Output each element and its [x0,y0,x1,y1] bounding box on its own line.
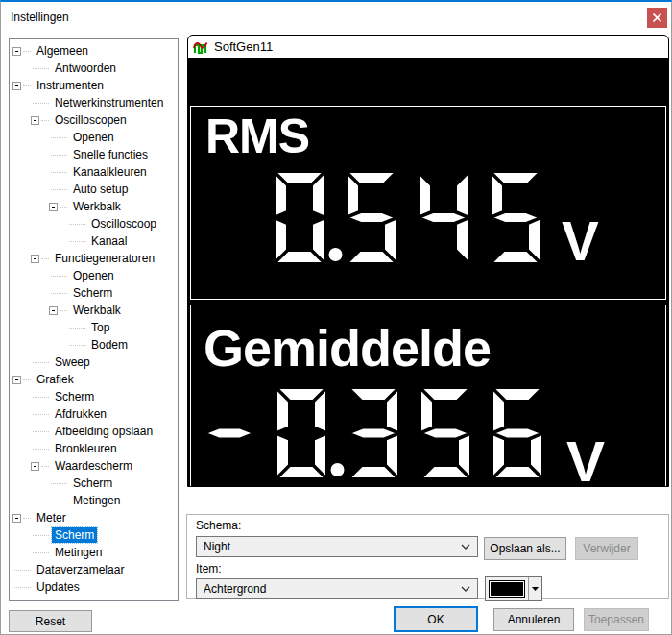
tree-item-meter[interactable]: Meter [10,509,178,526]
collapse-minus-icon[interactable] [49,306,58,315]
tree-expander[interactable] [12,514,34,523]
tree-item-metingen[interactable]: Metingen [10,492,178,509]
tree-item-openen[interactable]: Openen [10,129,178,146]
tree-item-metingen[interactable]: Metingen [10,544,178,561]
tree-item-label: Updates [34,579,83,595]
apply-button[interactable]: Toepassen [584,608,649,631]
close-button[interactable] [647,8,667,28]
tree-item-waardescherm[interactable]: Waardescherm [10,457,178,475]
tree-expander[interactable] [31,255,52,263]
softgen-icon [193,39,208,55]
tree-item-kanaalkleuren[interactable]: Kanaalkleuren [10,163,178,181]
color-picker-button[interactable] [485,576,542,601]
ok-button[interactable]: OK [394,606,478,632]
tree-item-bodem[interactable]: Bodem [10,336,178,354]
collapse-minus-icon[interactable] [12,376,21,384]
tree-connector [49,293,70,294]
tree-item-bronkleuren[interactable]: Bronkleuren [10,440,178,457]
tree-item-functiegeneratoren[interactable]: Functiegeneratoren [10,250,178,267]
chevron-down-icon [461,586,470,592]
settings-dialog: Instellingen AlgemeenAntwoordenInstrumen… [0,0,672,635]
tree-item-label: Antwoorden [52,61,119,76]
cancel-button[interactable]: Annuleren [493,608,574,631]
item-combobox[interactable]: Achtergrond [196,578,478,599]
preview-title: SoftGen11 [214,39,273,54]
tree-item-oscilloscopen[interactable]: Oscilloscopen [10,111,178,129]
tree-item-label: Kanaal [88,233,130,249]
tree-connector [49,172,70,173]
tree-item-sweep[interactable]: Sweep [10,354,178,371]
color-dropdown[interactable] [528,577,541,600]
tree-item-top[interactable]: Top [10,319,178,336]
tree-connector [31,535,52,536]
tree-item-dataverzamelaar[interactable]: Dataverzamelaar [10,561,178,578]
tree-connector [67,241,88,242]
tree-item-label: Top [88,320,112,335]
tree-item-afbeelding-opslaan[interactable]: Afbeelding opslaan [10,423,178,440]
tree-item-label: Scherm [52,389,97,404]
tree-item-label: Algemeen [34,43,91,59]
meter-preview-window: SoftGen11 RMSVGemiddeldeV [187,35,669,487]
delete-button[interactable]: Verwijder [575,537,638,560]
collapse-minus-icon[interactable] [31,116,39,125]
tree-connector [31,449,52,450]
tree-item-oscilloscoop[interactable]: Oscilloscoop [10,215,178,232]
tree-expander[interactable] [49,203,70,211]
tree-item-scherm[interactable]: Scherm [10,526,178,544]
save-as-button[interactable]: Opslaan als... [484,537,566,560]
tree-item-scherm[interactable]: Scherm [10,475,178,492]
tree-expander[interactable] [12,376,34,384]
tree-item-werkbalk[interactable]: Werkbalk [10,302,178,319]
tree-connector [12,587,34,588]
tree-item-label: Afdrukken [52,406,109,422]
tree-item-algemeen[interactable]: Algemeen [10,42,178,60]
tree-item-label: Openen [70,130,117,145]
meter-unit: V [566,433,605,487]
tree-item-label: Scherm [70,285,115,301]
tree-item-label: Afbeelding opslaan [52,424,156,439]
tree-connector [49,155,70,156]
tree-item-openen[interactable]: Openen [10,267,178,284]
tree-item-grafiek[interactable]: Grafiek [10,371,178,388]
tree-item-label: Metingen [70,493,123,508]
tree-item-label: Auto setup [70,182,131,197]
tree-item-instrumenten[interactable]: Instrumenten [10,77,178,94]
tree-expander[interactable] [12,47,34,56]
collapse-minus-icon[interactable] [31,462,39,471]
tree-expander[interactable] [31,116,52,125]
tree-item-label: Openen [70,268,117,283]
collapse-minus-icon[interactable] [12,82,21,90]
meter-value [204,388,542,482]
tree-item-afdrukken[interactable]: Afdrukken [10,405,178,423]
tree-item-scherm[interactable]: Scherm [10,388,178,405]
collapse-minus-icon[interactable] [12,514,21,523]
meter-panel-rms: RMSV [190,106,666,300]
tree-item-updates[interactable]: Updates [10,578,178,596]
tree-item-label: Functiegeneratoren [52,251,157,266]
tree-expander[interactable] [49,306,70,315]
dialog-title: Instellingen [1,11,69,24]
reset-button[interactable]: Reset [9,610,92,632]
tree-item-netwerkinstrumenten[interactable]: Netwerkinstrumenten [10,94,178,111]
schema-combobox[interactable]: Night [196,536,478,557]
schema-label: Schema: [196,519,241,532]
tree-connector [31,68,52,69]
collapse-minus-icon[interactable] [12,47,21,56]
tree-item-label: Grafiek [34,372,77,387]
collapse-minus-icon[interactable] [31,255,39,263]
tree-expander[interactable] [31,462,52,471]
item-value: Achtergrond [204,582,266,596]
tree-item-scherm[interactable]: Scherm [10,284,178,302]
tree-item-label: Meter [34,510,69,525]
tree-connector [31,362,52,363]
collapse-minus-icon[interactable] [49,203,58,211]
tree-item-snelle-functies[interactable]: Snelle functies [10,146,178,163]
color-swatch [490,581,524,597]
tree-connector [49,189,70,190]
tree-item-auto-setup[interactable]: Auto setup [10,181,178,198]
tree-item-antwoorden[interactable]: Antwoorden [10,60,178,77]
tree-expander[interactable] [12,82,34,90]
tree-item-werkbalk[interactable]: Werkbalk [10,198,178,215]
tree-item-label: Werkbalk [70,303,124,318]
tree-item-kanaal[interactable]: Kanaal [10,232,178,250]
